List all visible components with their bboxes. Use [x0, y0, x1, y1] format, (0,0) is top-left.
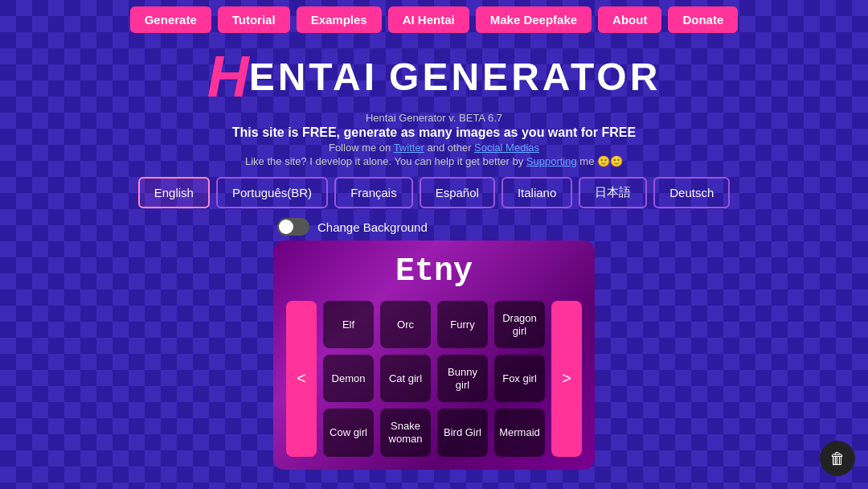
twitter-link[interactable]: Twitter: [394, 142, 424, 154]
title-entai: ENTAI: [249, 55, 378, 99]
grid-item-bird-girl[interactable]: Bird Girl: [437, 409, 488, 456]
grid-item-elf[interactable]: Elf: [323, 301, 374, 348]
toggle-area: Change Background: [277, 218, 428, 236]
lang-btn-english[interactable]: English: [138, 177, 210, 208]
card-grid: <ElfOrcFurryDragon girlDemonCat girlBunn…: [286, 301, 582, 457]
title-h: H: [207, 47, 249, 105]
background-toggle[interactable]: [277, 218, 309, 236]
card-title: Etny: [286, 253, 582, 290]
free-text: This site is FREE, generate as many imag…: [232, 125, 636, 140]
grid-item-furry[interactable]: Furry: [437, 301, 488, 348]
grid-item-mermaid[interactable]: Mermaid: [494, 409, 545, 456]
nav-btn-about[interactable]: About: [598, 6, 661, 33]
lang-btn-deutsch[interactable]: Deutsch: [653, 177, 730, 208]
grid-item-bunny-girl[interactable]: Bunny girl: [437, 355, 488, 402]
navigation-bar: GenerateTutorialExamplesAI HentaiMake De…: [0, 0, 868, 39]
support-text: Like the site? I develop it alone. You c…: [232, 155, 636, 167]
follow-text: Follow me on Twitter and other Social Me…: [232, 142, 636, 154]
lang-btn-spanish[interactable]: Español: [420, 177, 495, 208]
grid-item-orc[interactable]: Orc: [380, 301, 431, 348]
lang-btn-italian[interactable]: Italiano: [502, 177, 572, 208]
grid-item-dragon-girl[interactable]: Dragon girl: [494, 301, 545, 348]
grid-item-cow-girl[interactable]: Cow girl: [323, 409, 374, 456]
card-nav-right[interactable]: >: [551, 301, 582, 457]
nav-btn-donate[interactable]: Donate: [668, 6, 738, 33]
nav-btn-examples[interactable]: Examples: [297, 6, 382, 33]
subtitle-area: Hentai Generator v. BETA 6.7 This site i…: [232, 112, 636, 167]
nav-btn-make-deepfake[interactable]: Make Deepfake: [476, 6, 592, 33]
social-medias-link[interactable]: Social Medias: [474, 142, 539, 154]
lang-btn-japanese[interactable]: 日本語: [579, 177, 647, 208]
grid-item-cat-girl[interactable]: Cat girl: [380, 355, 431, 402]
lang-btn-portuguese-br[interactable]: Português(BR): [216, 177, 328, 208]
supporting-link[interactable]: Supporting: [526, 155, 577, 167]
version-text: Hentai Generator v. BETA 6.7: [232, 112, 636, 124]
title-generator: GENERATOR: [389, 55, 661, 99]
card-nav-left[interactable]: <: [286, 301, 317, 457]
toggle-label: Change Background: [317, 220, 428, 234]
card-container: Etny <ElfOrcFurryDragon girlDemonCat gir…: [273, 240, 595, 470]
language-selector: EnglishPortuguês(BR)FrançaisEspañolItali…: [138, 177, 731, 208]
nav-btn-ai-hentai[interactable]: AI Hentai: [388, 6, 469, 33]
lang-btn-french[interactable]: Français: [334, 177, 413, 208]
nav-btn-generate[interactable]: Generate: [130, 6, 211, 33]
grid-item-demon[interactable]: Demon: [323, 355, 374, 402]
nav-btn-tutorial[interactable]: Tutorial: [218, 6, 290, 33]
grid-item-fox-girl[interactable]: Fox girl: [494, 355, 545, 402]
title-area: H ENTAI GENERATOR: [207, 47, 661, 105]
grid-item-snake-woman[interactable]: Snake woman: [380, 409, 431, 456]
